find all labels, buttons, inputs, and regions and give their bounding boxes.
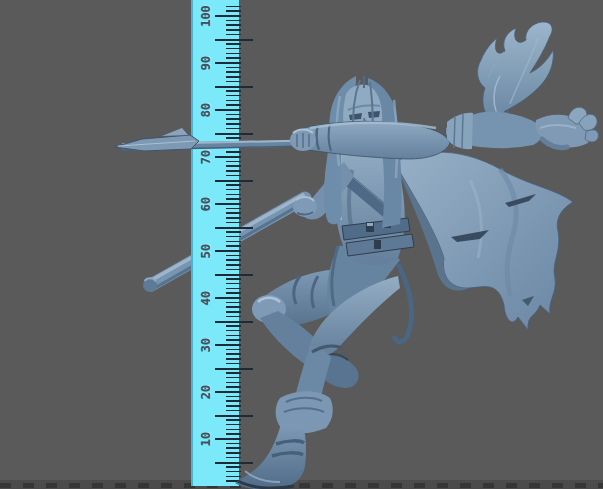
belt [346,234,414,256]
spear-barb [162,128,188,136]
ruler-tick [215,203,241,205]
ruler-unit-label: 70 [199,150,213,164]
ruler-tick [226,194,241,196]
ruler-tick [226,71,241,73]
ruler-tick [226,236,241,238]
ruler-tick [226,443,241,445]
torso [325,144,414,265]
left-fist [293,197,317,217]
head [324,76,402,228]
finger [579,114,597,130]
bottom-edge-marks [0,483,603,488]
ruler-tick [226,100,241,102]
rear-boot [314,356,359,388]
face [343,85,382,155]
ruler-tick [226,433,241,435]
grip-finger [509,120,519,127]
front-leg [235,276,400,489]
eye [368,111,380,118]
ruler-tick [215,62,241,64]
nose [363,118,365,134]
ruler-tick [226,372,241,374]
ruler-unit-label: 80 [199,103,213,117]
eye [349,113,362,120]
ruler-tick [226,353,241,355]
ruler-tick [226,269,241,271]
ruler-tick [226,53,241,55]
model-figure-layer [0,0,603,489]
ruler-tick [226,377,241,379]
ruler-tick [215,274,253,276]
ruler-tick [226,386,241,388]
ruler-tick [226,476,241,478]
ruler-unit-label: 60 [199,197,213,211]
ruler-tick [215,415,253,417]
ruler-tick [215,344,241,346]
thumb [542,139,567,148]
staff-weapon-layer [0,0,603,489]
belt [342,218,410,240]
cape [394,152,573,330]
ruler-tick [226,335,241,337]
ruler-tick [226,245,241,247]
ruler-tick [215,86,253,88]
cape-tear [522,296,534,306]
ruler-tick [226,471,241,473]
ruler-tick [215,109,241,111]
ruler-tick [226,264,241,266]
hair-right [368,78,402,228]
ruler-tick [226,283,241,285]
ruler-tick [226,212,241,214]
ruler-tick [226,147,241,149]
ruler-tick [226,292,241,294]
ruler-tick [226,288,241,290]
ruler-tick [226,114,241,116]
hanging-strap [394,264,412,342]
sleeve-cuff [447,113,473,149]
ruler-tick [226,325,241,327]
ruler-tick [215,133,253,135]
ruler-tick [215,297,241,299]
ruler-tick [226,189,241,191]
ruler-tick [226,123,241,125]
ruler-tick [226,24,241,26]
ruler-tick [215,368,253,370]
ruler-tick [226,316,241,318]
ruler-tick [226,349,241,351]
ruler-tick [226,81,241,83]
knee [252,295,286,323]
grip-finger [515,123,525,130]
ruler-tick [226,452,241,454]
ruler-tick [215,227,253,229]
ruler-tick [215,250,241,252]
scarf [325,148,344,220]
upper-arm-sleeve [446,112,543,149]
left-arm [293,162,354,219]
ruler-tick [226,259,241,261]
viewport-3d[interactable]: 102030405060708090100 [0,0,603,489]
gripping-fist [290,129,316,151]
ruler-tick [226,382,241,384]
measurement-ruler: 102030405060708090100 [191,0,239,486]
ruler-tick [215,438,241,440]
ruler-tick [226,29,241,31]
polearm-and-right-arm [114,107,598,159]
ruler-unit-label: 40 [199,291,213,305]
ruler-tick [226,222,241,224]
ruler-tick [215,180,253,182]
ruler-tick [226,447,241,449]
ruler-tick [226,137,241,139]
bottom-edge-strip [0,480,603,489]
ruler-tick [226,151,241,153]
sword-grip [496,94,509,130]
ruler-tick [226,405,241,407]
ruler-tick [226,466,241,468]
ruler-tick [226,184,241,186]
ruler-tick [226,67,241,69]
ruler-unit-label: 100 [199,5,213,27]
coat-hem [327,244,411,342]
ruler-tick [226,175,241,177]
ruler-tick [226,142,241,144]
ruler-tick [226,161,241,163]
ruler-tick [226,118,241,120]
